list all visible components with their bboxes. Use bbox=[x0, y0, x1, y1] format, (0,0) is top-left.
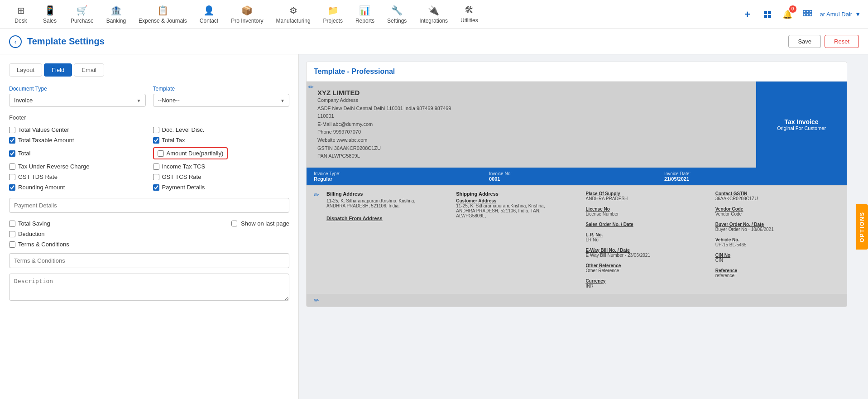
nav-expense[interactable]: 📋 Expense & Journals bbox=[133, 1, 192, 28]
nav-desk[interactable]: ⊞ Desk bbox=[7, 1, 34, 28]
edit-overlay-header: ✏ bbox=[307, 82, 310, 168]
cb-terms-conditions-input[interactable] bbox=[9, 241, 15, 248]
doc-template-row: Document Type Invoice Template --None-- bbox=[9, 86, 289, 107]
tax-invoice-box: Tax Invoice Original For Customer bbox=[756, 82, 847, 168]
desk-icon: ⊞ bbox=[17, 5, 25, 16]
edit-address-icon[interactable]: ✏ bbox=[314, 191, 319, 288]
billing-address-col: Billing Address 11-25, K. Sitharamapuram… bbox=[326, 191, 451, 288]
cb-payment-details: Payment Details bbox=[153, 184, 290, 191]
terms-conditions-input[interactable] bbox=[9, 253, 289, 268]
manufacturing-icon: ⚙ bbox=[289, 5, 297, 16]
banking-icon: 🏦 bbox=[110, 5, 122, 16]
svg-rect-7 bbox=[803, 14, 806, 16]
utilities-icon: 🛠 bbox=[465, 5, 474, 15]
bottom-checkboxes-row: Total Saving Deduction Terms & Condition… bbox=[9, 220, 289, 248]
cb-income-tax-tcs-input[interactable] bbox=[153, 163, 159, 170]
show-last-page-input[interactable] bbox=[231, 221, 237, 226]
cb-total-taxable-amount-input[interactable] bbox=[9, 137, 15, 144]
svg-rect-8 bbox=[806, 14, 809, 16]
edit-header-icon[interactable]: ✏ bbox=[308, 83, 314, 91]
nav-purchase[interactable]: 🛒 Purchase bbox=[65, 1, 99, 28]
user-menu[interactable]: ar Amul Dair ▼ bbox=[820, 11, 861, 18]
document-type-select[interactable]: Invoice bbox=[9, 94, 146, 107]
back-button[interactable]: ‹ bbox=[9, 35, 22, 48]
template-body: ✏ XYZ LIMITED Company Address ASDF New D… bbox=[307, 82, 847, 307]
options-sidebar[interactable]: OPTIONS bbox=[856, 204, 868, 249]
expense-icon: 📋 bbox=[157, 5, 168, 16]
contact-col: Contact GSTIN 36AAKCR0208C1ZU Vendor Cod… bbox=[715, 191, 839, 288]
bottom-cb-col1: Total Saving Deduction Terms & Condition… bbox=[9, 220, 69, 248]
cb-total-input[interactable] bbox=[9, 150, 15, 157]
description-row bbox=[9, 274, 289, 302]
footer-checkboxes: Total Values Center Doc. Level Disc. Tot… bbox=[9, 126, 289, 191]
svg-rect-5 bbox=[806, 10, 809, 13]
nav-contact[interactable]: 👤 Contact bbox=[194, 1, 224, 28]
cb-total-values-center-input[interactable] bbox=[9, 127, 15, 133]
nav-right: + 🔔 0 ar Amul Dair ▼ bbox=[740, 7, 861, 22]
tab-email[interactable]: Email bbox=[74, 63, 104, 77]
company-website: Website www.abc.com bbox=[317, 136, 749, 144]
cb-total-saving-input[interactable] bbox=[9, 221, 15, 227]
cb-gst-tcs-rate-input[interactable] bbox=[153, 174, 159, 180]
svg-rect-0 bbox=[764, 11, 767, 14]
invoice-info-bar: Invoice Type: Regular Invoice No: 0001 I… bbox=[307, 168, 847, 185]
shipping-address-col: Shipping Address Customer Address 11-25,… bbox=[456, 191, 580, 288]
nav-sales[interactable]: 📱 Sales bbox=[36, 1, 63, 28]
cb-total-tax-input[interactable] bbox=[153, 137, 159, 144]
notification-button[interactable]: 🔔 0 bbox=[780, 7, 795, 22]
terms-conditions-row bbox=[9, 253, 289, 268]
template-wrapper: --None-- bbox=[153, 94, 290, 107]
svg-rect-1 bbox=[768, 11, 771, 14]
cb-gst-tcs-rate: GST TCS Rate bbox=[153, 173, 290, 180]
reset-button[interactable]: Reset bbox=[825, 35, 859, 48]
cb-total-taxable-amount: Total Taxable Amount bbox=[9, 137, 146, 144]
right-panel: OPTIONS Template - Professional ✏ XYZ LI… bbox=[299, 54, 868, 399]
cb-tax-under-reverse-input[interactable] bbox=[9, 163, 15, 170]
document-type-label: Document Type bbox=[9, 86, 146, 92]
tab-layout[interactable]: Layout bbox=[9, 63, 42, 77]
save-button[interactable]: Save bbox=[788, 35, 821, 48]
invoice-bottom-bar: ✏ bbox=[307, 294, 847, 307]
reports-icon: 📊 bbox=[359, 5, 370, 16]
cb-deduction-input[interactable] bbox=[9, 231, 15, 237]
sales-icon: 📱 bbox=[44, 5, 56, 16]
nav-integrations[interactable]: 🔌 Integrations bbox=[414, 1, 453, 28]
cb-doc-level-disc-input[interactable] bbox=[153, 127, 159, 133]
nav-manufacturing[interactable]: ⚙ Manufacturing bbox=[271, 1, 316, 28]
amount-due-highlight: Amount Due(partially) bbox=[153, 147, 228, 159]
main-content: Layout Field Email Document Type Invoice… bbox=[0, 54, 868, 399]
svg-rect-4 bbox=[803, 10, 806, 13]
integrations-icon: 🔌 bbox=[428, 5, 439, 16]
nav-settings[interactable]: 🔧 Settings bbox=[382, 1, 412, 28]
left-panel: Layout Field Email Document Type Invoice… bbox=[0, 54, 299, 399]
cb-payment-details-input[interactable] bbox=[153, 184, 159, 191]
nav-projects[interactable]: 📁 Projects bbox=[318, 1, 348, 28]
cb-amount-due-partially-input[interactable] bbox=[158, 150, 164, 157]
nav-reports[interactable]: 📊 Reports bbox=[350, 1, 380, 28]
notification-badge: 0 bbox=[789, 5, 796, 13]
cb-total-saving: Total Saving bbox=[9, 220, 69, 227]
svg-rect-6 bbox=[810, 10, 812, 13]
edit-bottom-icon[interactable]: ✏ bbox=[314, 297, 319, 304]
cb-terms-conditions: Terms & Conditions bbox=[9, 241, 69, 248]
cb-total-values-center: Total Values Center bbox=[9, 126, 146, 133]
company-pan: PAN ALWPG5809L bbox=[317, 152, 749, 160]
grid-button[interactable] bbox=[760, 7, 775, 22]
payment-details-input[interactable] bbox=[9, 198, 289, 213]
document-type-group: Document Type Invoice bbox=[9, 86, 146, 107]
cb-gst-tds-rate-input[interactable] bbox=[9, 174, 15, 180]
company-info: XYZ LIMITED Company Address ASDF New Del… bbox=[310, 82, 756, 168]
nav-banking[interactable]: 🏦 Banking bbox=[101, 1, 131, 28]
nav-utilities[interactable]: 🛠 Utilities bbox=[455, 1, 484, 27]
description-textarea[interactable] bbox=[9, 274, 289, 301]
inv-info-date: Invoice Date: 21/05/2021 bbox=[664, 171, 839, 182]
apps-button[interactable] bbox=[800, 7, 815, 22]
company-phone: Phone 9999707070 bbox=[317, 128, 749, 136]
nav-pro-inventory[interactable]: 📦 Pro Inventory bbox=[225, 1, 269, 28]
add-button[interactable]: + bbox=[740, 7, 755, 22]
cb-rounding-amount-input[interactable] bbox=[9, 184, 15, 191]
tab-field[interactable]: Field bbox=[44, 63, 72, 77]
cb-total: Total bbox=[9, 147, 146, 159]
footer-section-label: Footer bbox=[9, 114, 289, 121]
template-select[interactable]: --None-- bbox=[153, 94, 290, 107]
